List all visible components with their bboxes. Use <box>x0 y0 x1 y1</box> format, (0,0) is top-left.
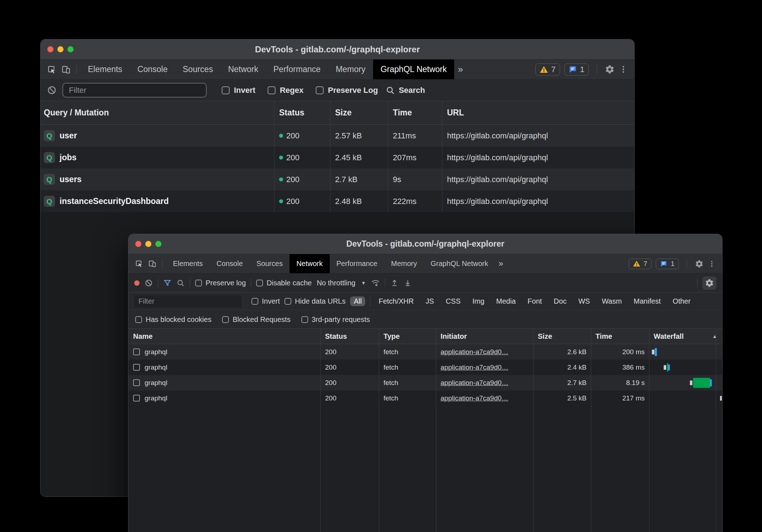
checkbox-box[interactable] <box>135 316 142 323</box>
search-icon[interactable] <box>177 279 185 287</box>
close-window-button[interactable] <box>135 241 141 247</box>
tab-elements[interactable]: Elements <box>80 60 130 79</box>
checkbox-box[interactable] <box>284 298 291 305</box>
checkbox-box[interactable] <box>195 280 202 286</box>
tab-graphql-network[interactable]: GraphQL Network <box>424 254 495 273</box>
more-panels-chevron[interactable]: » <box>458 64 463 75</box>
settings-gear-icon[interactable] <box>605 65 615 74</box>
record-network-log-button[interactable] <box>134 280 140 286</box>
sort-ascending-icon[interactable]: ▲ <box>712 333 722 339</box>
network-settings-gear-icon[interactable] <box>702 276 716 290</box>
filter-chip-ws[interactable]: WS <box>575 296 593 306</box>
checkbox-box[interactable] <box>256 280 263 286</box>
filter-chip-wasm[interactable]: Wasm <box>598 296 625 306</box>
checkbox-box[interactable] <box>222 86 230 94</box>
row-checkbox[interactable] <box>133 379 140 386</box>
network-conditions-icon[interactable] <box>371 279 380 288</box>
graphql-request-row[interactable]: Qusers2002.7 kB9shttps://gitlab.com/api/… <box>41 168 634 190</box>
more-panels-chevron[interactable]: » <box>499 259 503 269</box>
column-header-name[interactable]: Name <box>128 332 320 341</box>
column-header-status[interactable]: Status <box>274 108 330 118</box>
checkbox-box[interactable] <box>316 86 324 94</box>
tab-memory[interactable]: Memory <box>384 254 424 273</box>
invert-checkbox[interactable]: Invert <box>251 297 280 305</box>
tab-sources[interactable]: Sources <box>175 60 220 79</box>
tab-graphql-network[interactable]: GraphQL Network <box>373 60 455 79</box>
column-header-size[interactable]: Size <box>330 108 388 118</box>
filter-chip-fetch-xhr[interactable]: Fetch/XHR <box>375 296 417 306</box>
column-header-initiator[interactable]: Initiator <box>436 332 533 341</box>
inspect-element-icon[interactable] <box>47 65 56 74</box>
maximize-window-button[interactable] <box>67 46 74 52</box>
column-header-time[interactable]: Time <box>388 108 442 118</box>
row-checkbox[interactable] <box>133 395 140 402</box>
settings-gear-icon[interactable] <box>695 260 704 268</box>
filter-funnel-icon[interactable] <box>163 279 171 287</box>
network-request-row[interactable]: graphql200fetchapplication-a7ca9d0…2.7 k… <box>128 375 722 390</box>
search-button[interactable]: Search <box>386 86 425 95</box>
checkbox-box[interactable] <box>301 316 308 323</box>
column-header-size[interactable]: Size <box>533 332 591 341</box>
tab-memory[interactable]: Memory <box>328 60 373 79</box>
filter-chip-js[interactable]: JS <box>422 296 437 306</box>
titlebar[interactable]: DevTools - gitlab.com/-/graphql-explorer <box>128 234 722 254</box>
tab-network[interactable]: Network <box>290 254 329 273</box>
tab-performance[interactable]: Performance <box>330 254 385 273</box>
tab-network[interactable]: Network <box>221 60 266 79</box>
checkbox-box[interactable] <box>268 86 276 94</box>
waterfall-bar[interactable] <box>649 360 722 375</box>
graphql-filter-input[interactable] <box>62 83 207 98</box>
maximize-window-button[interactable] <box>155 241 161 247</box>
filter-chip-other[interactable]: Other <box>669 296 694 306</box>
waterfall-bar[interactable] <box>649 344 722 360</box>
device-toolbar-icon[interactable] <box>148 260 156 268</box>
minimize-window-button[interactable] <box>145 241 151 247</box>
import-har-icon[interactable] <box>390 279 399 287</box>
device-toolbar-icon[interactable] <box>61 65 71 74</box>
graphql-request-row[interactable]: Qjobs2002.45 kB207mshttps://gitlab.com/a… <box>41 147 634 168</box>
close-window-button[interactable] <box>47 46 53 52</box>
initiator-link[interactable]: application-a7ca9d0… <box>441 348 508 356</box>
tab-sources[interactable]: Sources <box>250 254 290 273</box>
column-header-type[interactable]: Type <box>379 332 436 341</box>
disable-cache-checkbox[interactable]: Disable cache <box>256 279 312 287</box>
column-header-time[interactable]: Time <box>591 332 649 341</box>
filter-chip-css[interactable]: CSS <box>442 296 464 306</box>
waterfall-bar[interactable] <box>649 375 722 390</box>
initiator-link[interactable]: application-a7ca9d0… <box>441 394 508 402</box>
network-request-row[interactable]: graphql200fetchapplication-a7ca9d0…2.6 k… <box>128 344 722 360</box>
clear-icon[interactable] <box>145 279 153 287</box>
kebab-menu-icon[interactable] <box>619 65 628 74</box>
network-filter-input[interactable] <box>134 295 242 308</box>
column-header-query-mutation[interactable]: Query / Mutation <box>41 108 274 118</box>
filter-chip-font[interactable]: Font <box>524 296 546 306</box>
blocked-requests-checkbox[interactable]: Blocked Requests <box>222 315 290 324</box>
has-blocked-cookies-checkbox[interactable]: Has blocked cookies <box>135 315 211 324</box>
hide-data-urls-checkbox[interactable]: Hide data URLs <box>284 297 345 305</box>
filter-chip-all[interactable]: All <box>350 296 365 306</box>
column-header-url[interactable]: URL <box>442 108 634 118</box>
row-checkbox[interactable] <box>133 364 140 371</box>
filter-chip-doc[interactable]: Doc <box>550 296 570 306</box>
network-request-row[interactable]: graphql200fetchapplication-a7ca9d0…2.4 k… <box>128 360 722 375</box>
issues-badge[interactable]: 1 <box>564 63 589 76</box>
throttling-dropdown[interactable]: No throttling ▼ <box>317 279 366 287</box>
regex-checkbox[interactable]: Regex <box>268 86 304 95</box>
minimize-window-button[interactable] <box>57 46 64 52</box>
graphql-request-row[interactable]: QinstanceSecurityDashboard2002.48 kB222m… <box>41 190 634 212</box>
tab-console[interactable]: Console <box>210 254 249 273</box>
graphql-request-row[interactable]: Quser2002.57 kB211mshttps://gitlab.com/a… <box>41 125 634 147</box>
warnings-badge[interactable]: 7 <box>629 258 652 269</box>
checkbox-box[interactable] <box>251 298 258 305</box>
network-request-row[interactable]: graphql200fetchapplication-a7ca9d0…2.5 k… <box>128 390 722 406</box>
inspect-element-icon[interactable] <box>135 260 143 268</box>
preserve-log-checkbox[interactable]: Preserve Log <box>316 86 378 95</box>
checkbox-box[interactable] <box>222 316 229 323</box>
tab-console[interactable]: Console <box>130 60 175 79</box>
titlebar[interactable]: DevTools - gitlab.com/-/graphql-explorer <box>41 39 634 60</box>
filter-chip-media[interactable]: Media <box>493 296 519 306</box>
warnings-badge[interactable]: 7 <box>535 63 560 76</box>
clear-icon[interactable] <box>47 85 57 95</box>
kebab-menu-icon[interactable] <box>708 260 716 268</box>
tab-performance[interactable]: Performance <box>266 60 328 79</box>
